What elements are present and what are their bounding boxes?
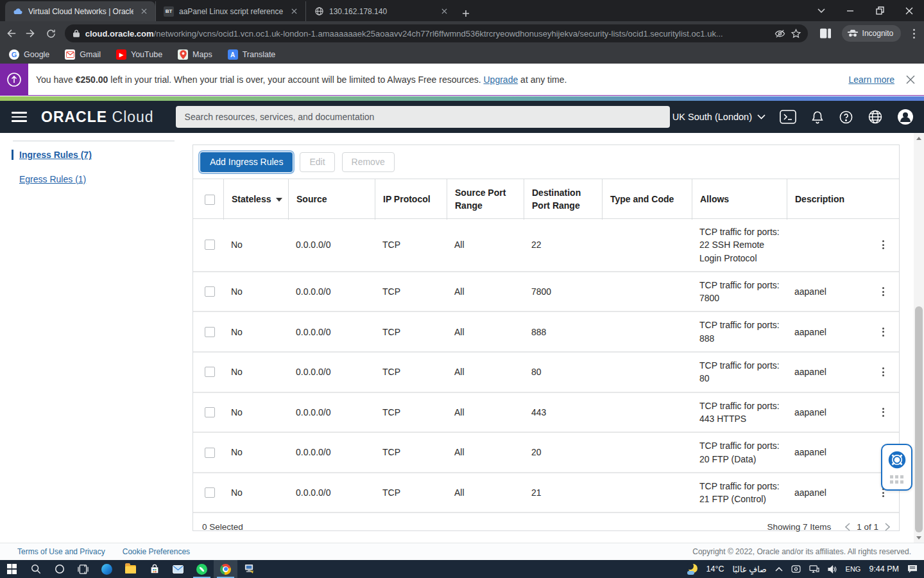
learn-more-link[interactable]: Learn more bbox=[848, 74, 894, 85]
row-checkbox[interactable] bbox=[205, 367, 215, 377]
row-checkbox[interactable] bbox=[205, 487, 215, 498]
row-actions-menu-icon[interactable] bbox=[880, 367, 886, 376]
sidebar-item-egress-rules[interactable]: Egress Rules (1) bbox=[12, 174, 86, 184]
back-button[interactable] bbox=[3, 24, 20, 43]
clock[interactable]: 9:44 PM bbox=[869, 565, 899, 574]
new-tab-button[interactable] bbox=[462, 10, 470, 17]
url-bar[interactable]: cloud.oracle.com/networking/vcns/ocid1.v… bbox=[65, 24, 808, 42]
cloud-icon bbox=[13, 6, 23, 17]
row-actions-menu-icon[interactable] bbox=[880, 408, 886, 417]
screen: Virtual Cloud Networks | Oracle C BT aaP… bbox=[0, 0, 924, 578]
edit-button[interactable]: Edit bbox=[300, 152, 334, 172]
oracle-cloud-logo[interactable]: ORACLE Cloud bbox=[41, 109, 154, 126]
microsoft-store-button[interactable] bbox=[142, 560, 166, 578]
task-view-button[interactable] bbox=[71, 560, 95, 578]
user-avatar[interactable] bbox=[897, 109, 914, 125]
restore-button[interactable] bbox=[865, 0, 894, 21]
row-checkbox[interactable] bbox=[205, 327, 215, 337]
row-checkbox[interactable] bbox=[205, 448, 215, 458]
cloud-shell-icon[interactable] bbox=[780, 109, 796, 125]
language-globe-icon[interactable] bbox=[868, 109, 883, 125]
mail-button[interactable] bbox=[166, 560, 190, 578]
chrome-button[interactable] bbox=[214, 560, 237, 578]
weather-condition[interactable]: صافٍ غالبًا bbox=[733, 565, 767, 574]
row-checkbox[interactable] bbox=[205, 286, 215, 297]
minimize-button[interactable] bbox=[835, 0, 865, 21]
search-input[interactable] bbox=[176, 106, 670, 128]
bookmark-label: Gmail bbox=[80, 50, 101, 59]
help-icon[interactable] bbox=[839, 110, 853, 125]
start-button[interactable] bbox=[0, 560, 24, 578]
row-actions-menu-icon[interactable] bbox=[880, 328, 886, 337]
whatsapp-button[interactable] bbox=[190, 560, 214, 578]
incognito-label: Incognito bbox=[862, 29, 894, 38]
file-explorer-button[interactable] bbox=[119, 560, 142, 578]
column-source: Source bbox=[288, 179, 375, 220]
weather-icon[interactable] bbox=[687, 563, 698, 575]
language-indicator[interactable]: ENG bbox=[846, 565, 861, 573]
support-widget[interactable] bbox=[881, 444, 912, 491]
browser-menu-icon[interactable] bbox=[907, 29, 920, 39]
cell-ip-protocol: TCP bbox=[375, 232, 447, 258]
tab-close-icon[interactable] bbox=[289, 6, 299, 17]
tab-virtual-cloud-networks[interactable]: Virtual Cloud Networks | Oracle C bbox=[5, 1, 155, 21]
side-panel-icon[interactable] bbox=[817, 24, 834, 43]
banner-close-icon[interactable] bbox=[906, 75, 915, 84]
cookie-preferences-link[interactable]: Cookie Preferences bbox=[123, 547, 190, 556]
notifications-bell-icon[interactable] bbox=[810, 110, 825, 125]
temperature[interactable]: 14°C bbox=[706, 565, 724, 574]
upgrade-link[interactable]: Upgrade bbox=[484, 74, 518, 85]
bookmark-google[interactable]: GGoogle bbox=[9, 49, 49, 60]
tray-expand-icon[interactable] bbox=[775, 567, 783, 572]
cell-type-and-code bbox=[602, 365, 692, 378]
row-checkbox[interactable] bbox=[205, 240, 215, 250]
volume-icon[interactable] bbox=[828, 565, 837, 574]
bookmark-star-icon[interactable] bbox=[791, 28, 801, 39]
terms-link[interactable]: Terms of Use and Privacy bbox=[17, 547, 105, 556]
url-text: cloud.oracle.com/networking/vcns/ocid1.v… bbox=[85, 29, 769, 39]
chevron-down-icon bbox=[757, 114, 766, 119]
tab-ip-address[interactable]: 130.162.178.140 bbox=[305, 1, 456, 21]
showing-items: Showing 7 Items bbox=[767, 522, 831, 532]
scroll-up-icon[interactable] bbox=[914, 133, 924, 143]
column-stateless[interactable]: Stateless bbox=[223, 179, 288, 220]
tab-close-icon[interactable] bbox=[439, 6, 449, 17]
scrollbar-thumb[interactable] bbox=[915, 306, 923, 532]
bookmark-label: Translate bbox=[243, 50, 276, 59]
scroll-down-icon[interactable] bbox=[914, 532, 924, 543]
bookmark-maps[interactable]: Maps bbox=[178, 49, 212, 60]
tab-search-chevron-icon[interactable] bbox=[809, 0, 834, 21]
page-scrollbar[interactable] bbox=[914, 133, 924, 543]
forward-button[interactable] bbox=[22, 24, 40, 43]
row-checkbox[interactable] bbox=[205, 407, 215, 417]
bookmark-translate[interactable]: ATranslate bbox=[228, 49, 276, 60]
remove-button[interactable]: Remove bbox=[342, 152, 395, 172]
row-actions-menu-icon[interactable] bbox=[880, 287, 886, 296]
next-page-icon[interactable] bbox=[885, 523, 890, 531]
widget-drag-handle[interactable] bbox=[890, 475, 903, 484]
bookmark-youtube[interactable]: ▶YouTube bbox=[116, 49, 162, 60]
sidebar-item-ingress-rules[interactable]: Ingress Rules (7) bbox=[12, 150, 92, 160]
eye-off-icon[interactable] bbox=[774, 28, 785, 39]
add-ingress-rules-button[interactable]: Add Ingress Rules bbox=[200, 152, 293, 172]
region-selector[interactable]: UK South (London) bbox=[672, 112, 766, 122]
prev-page-icon[interactable] bbox=[845, 523, 850, 531]
select-all-checkbox[interactable] bbox=[205, 195, 215, 205]
row-actions-menu-icon[interactable] bbox=[880, 240, 886, 249]
action-center-icon[interactable] bbox=[907, 565, 918, 574]
edge-button[interactable] bbox=[95, 560, 119, 578]
network-icon[interactable] bbox=[809, 565, 819, 574]
life-ring-icon[interactable] bbox=[887, 450, 907, 469]
close-window-button[interactable] bbox=[894, 0, 924, 21]
bookmark-gmail[interactable]: Gmail bbox=[65, 49, 101, 60]
cell-source: 0.0.0.0/0 bbox=[288, 439, 375, 465]
tab-close-icon[interactable] bbox=[139, 6, 149, 17]
putty-button[interactable] bbox=[237, 560, 261, 578]
tab-aapanel[interactable]: BT aaPanel Linux script reference bbox=[155, 1, 305, 21]
hamburger-menu-icon[interactable] bbox=[12, 112, 27, 122]
tray-device-icon[interactable] bbox=[791, 565, 801, 573]
trial-banner-text: You have €250.00 left in your trial. Whe… bbox=[36, 74, 567, 85]
cortana-button[interactable] bbox=[47, 560, 71, 578]
reload-button[interactable] bbox=[42, 24, 60, 43]
taskbar-search-button[interactable] bbox=[24, 560, 47, 578]
